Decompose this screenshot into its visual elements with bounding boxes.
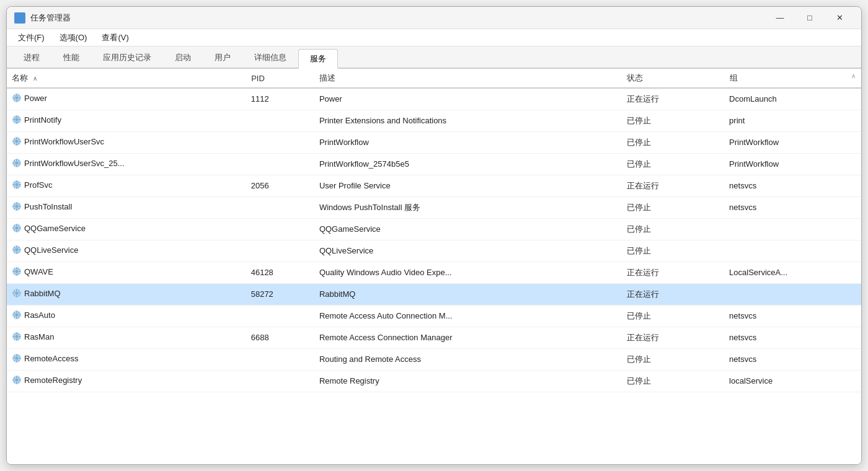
svg-point-10 bbox=[14, 95, 16, 97]
svg-point-103 bbox=[18, 291, 19, 292]
svg-point-130 bbox=[14, 356, 16, 357]
svg-rect-1 bbox=[20, 14, 24, 17]
svg-point-25 bbox=[15, 139, 18, 143]
tab-process[interactable]: 进程 bbox=[12, 48, 51, 68]
menu-bar: 文件(F) 选项(O) 查看(V) bbox=[7, 29, 861, 46]
svg-point-60 bbox=[14, 204, 16, 205]
table-row[interactable]: ProfSvc 2056 User Profile Service 正在运行 n… bbox=[7, 175, 861, 196]
svg-point-133 bbox=[18, 356, 19, 357]
menu-options[interactable]: 选项(O) bbox=[53, 31, 94, 45]
svg-point-112 bbox=[14, 316, 16, 317]
svg-point-61 bbox=[18, 208, 19, 209]
close-button[interactable]: ✕ bbox=[825, 9, 854, 27]
cell-pid bbox=[246, 196, 314, 218]
svg-point-109 bbox=[19, 314, 20, 315]
svg-point-128 bbox=[13, 358, 14, 359]
table-row[interactable]: PrintWorkflowUserSvc_25... PrintWorkflow… bbox=[7, 153, 861, 175]
tab-users[interactable]: 用户 bbox=[203, 48, 242, 68]
col-header-status[interactable]: 状态 bbox=[622, 69, 724, 88]
svg-point-69 bbox=[19, 227, 20, 229]
cell-name: ProfSvc bbox=[7, 175, 246, 196]
cell-pid: 1112 bbox=[246, 88, 314, 110]
table-row[interactable]: RasMan 6688 Remote Access Connection Man… bbox=[7, 327, 861, 348]
cell-desc: Remote Access Connection Manager bbox=[314, 327, 622, 348]
svg-point-17 bbox=[16, 121, 17, 123]
svg-point-28 bbox=[13, 141, 14, 142]
cell-status: 已停止 bbox=[622, 370, 724, 392]
svg-point-41 bbox=[18, 164, 19, 165]
svg-point-39 bbox=[19, 162, 20, 164]
cell-group: netsvcs bbox=[724, 348, 861, 370]
cell-group: PrintWorkflow bbox=[724, 131, 861, 153]
svg-point-105 bbox=[15, 313, 18, 316]
cell-desc: Windows PushToInstall 服务 bbox=[314, 196, 622, 218]
menu-file[interactable]: 文件(F) bbox=[12, 31, 51, 45]
svg-point-63 bbox=[18, 204, 19, 205]
cell-desc: Remote Access Auto Connection M... bbox=[314, 305, 622, 327]
svg-point-132 bbox=[14, 359, 16, 361]
minimize-button[interactable]: — bbox=[766, 9, 794, 27]
svg-point-123 bbox=[18, 334, 19, 335]
table-row[interactable]: RasAuto Remote Access Auto Connection M.… bbox=[7, 305, 861, 327]
cell-group: DcomLaunch bbox=[724, 88, 861, 110]
svg-point-67 bbox=[16, 230, 17, 231]
tab-app-history[interactable]: 应用历史记录 bbox=[91, 48, 163, 68]
table-row[interactable]: Power 1112 Power 正在运行 DcomLaunch bbox=[7, 88, 861, 110]
maximize-button[interactable]: □ bbox=[795, 9, 824, 27]
table-row[interactable]: RabbitMQ 58272 RabbitMQ 正在运行 bbox=[7, 283, 861, 305]
table-row[interactable]: QQLiveService QQLiveService 已停止 bbox=[7, 240, 861, 262]
cell-status: 正在运行 bbox=[622, 262, 724, 283]
cell-status: 已停止 bbox=[622, 153, 724, 175]
cell-pid bbox=[246, 153, 314, 175]
svg-point-138 bbox=[13, 379, 14, 381]
table-header-row: 名称 ∧ PID 描述 状态 组 bbox=[7, 69, 861, 88]
svg-point-38 bbox=[13, 162, 14, 164]
svg-rect-2 bbox=[16, 19, 19, 22]
svg-point-106 bbox=[16, 311, 17, 312]
table-row[interactable]: PushToInstall Windows PushToInstall 服务 已… bbox=[7, 196, 861, 218]
col-header-group[interactable]: 组 ∧ bbox=[724, 69, 861, 88]
svg-point-9 bbox=[19, 97, 20, 99]
svg-point-7 bbox=[16, 100, 17, 102]
services-table: 名称 ∧ PID 描述 状态 组 bbox=[7, 69, 861, 392]
svg-point-55 bbox=[15, 205, 18, 208]
tab-services[interactable]: 服务 bbox=[298, 49, 338, 69]
svg-point-27 bbox=[16, 143, 17, 144]
tab-startup[interactable]: 启动 bbox=[163, 48, 203, 68]
svg-rect-0 bbox=[16, 14, 19, 17]
col-header-name[interactable]: 名称 ∧ bbox=[7, 69, 246, 88]
table-row[interactable]: PrintNotify Printer Extensions and Notif… bbox=[7, 110, 861, 131]
table-row[interactable]: QQGameService QQGameService 已停止 bbox=[7, 218, 861, 240]
table-row[interactable]: RemoteAccess Routing and Remote Access 已… bbox=[7, 348, 861, 370]
svg-point-43 bbox=[18, 161, 19, 162]
svg-point-77 bbox=[16, 252, 17, 253]
cell-name: QQLiveService bbox=[7, 240, 246, 262]
svg-point-111 bbox=[18, 316, 19, 317]
cell-desc: Remote Registry bbox=[314, 370, 622, 392]
task-manager-window: 任务管理器 — □ ✕ 文件(F) 选项(O) 查看(V) 进程 性能 应用历史… bbox=[6, 6, 862, 465]
cell-pid: 2056 bbox=[246, 175, 314, 196]
menu-view[interactable]: 查看(V) bbox=[95, 31, 135, 45]
table-row[interactable]: PrintWorkflowUserSvc PrintWorkflow 已停止 P… bbox=[7, 131, 861, 153]
col-header-pid[interactable]: PID bbox=[246, 69, 314, 88]
tab-performance[interactable]: 性能 bbox=[51, 48, 91, 68]
svg-point-19 bbox=[19, 119, 20, 120]
svg-point-12 bbox=[14, 99, 16, 100]
svg-point-120 bbox=[14, 334, 16, 335]
services-table-container[interactable]: 名称 ∧ PID 描述 状态 组 bbox=[7, 69, 861, 464]
tab-details[interactable]: 详细信息 bbox=[242, 48, 298, 68]
cell-name: QQGameService bbox=[7, 218, 246, 240]
svg-point-82 bbox=[14, 251, 16, 252]
cell-desc: PrintWorkflow bbox=[314, 131, 622, 153]
col-header-desc[interactable]: 描述 bbox=[314, 69, 622, 88]
svg-point-142 bbox=[14, 381, 16, 382]
table-row[interactable]: RemoteRegistry Remote Registry 已停止 local… bbox=[7, 370, 861, 392]
svg-point-78 bbox=[13, 249, 14, 250]
svg-point-73 bbox=[18, 226, 19, 227]
cell-group: PrintWorkflow bbox=[724, 153, 861, 175]
content-area: 名称 ∧ PID 描述 状态 组 bbox=[7, 69, 861, 464]
table-row[interactable]: QWAVE 46128 Quality Windows Audio Video … bbox=[7, 262, 861, 283]
svg-point-72 bbox=[14, 229, 16, 231]
svg-point-40 bbox=[14, 161, 16, 162]
title-bar: 任务管理器 — □ ✕ bbox=[7, 7, 861, 29]
